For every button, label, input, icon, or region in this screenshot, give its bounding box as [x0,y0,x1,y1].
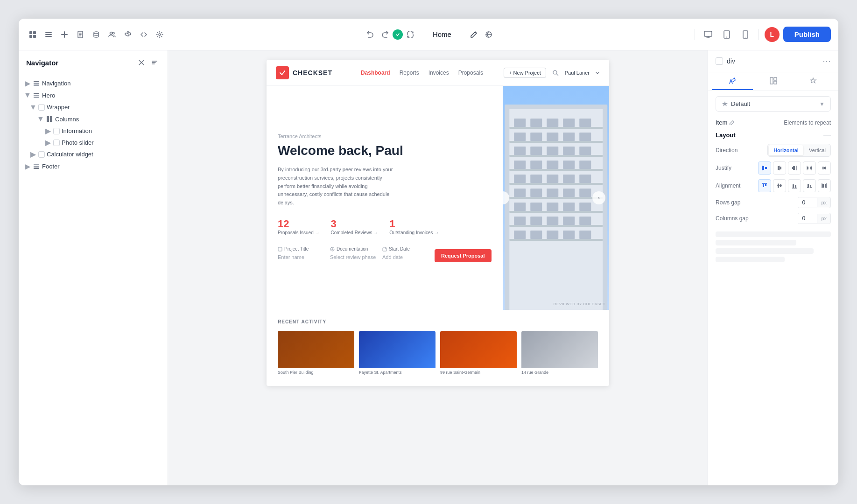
request-proposal-button[interactable]: Request Proposal [435,249,492,262]
activity-card-label-3: 14 rue Grande [521,368,598,377]
team-icon[interactable] [105,28,119,41]
calculator-checkbox[interactable] [38,151,45,158]
justify-start-button[interactable] [758,161,771,175]
settings-icon[interactable] [153,28,166,41]
project-title-input[interactable]: Enter name [278,252,324,262]
item-edit-icon[interactable] [729,120,735,126]
nav-user-label[interactable]: Paul Laner [565,70,590,76]
right-panel: div ⋯ Defau [708,50,838,485]
preview-button[interactable] [481,27,496,42]
nav-item-wrapper[interactable]: ▼ Wrapper [19,101,168,113]
nav-item-hero[interactable]: ▼ Hero [19,89,168,101]
svg-rect-111 [824,167,825,169]
align-end-button[interactable] [788,179,801,192]
interaction-tab-icon [810,77,818,84]
more-options-button[interactable]: ⋯ [822,56,831,66]
svg-rect-22 [34,83,39,84]
edit-mode-button[interactable] [466,27,481,42]
hero-next-button[interactable]: › [592,191,605,204]
svg-rect-52 [563,147,575,155]
element-checkbox[interactable] [716,57,723,65]
tab-layout[interactable] [753,72,794,90]
justify-around-button[interactable] [818,161,831,175]
stat-1: 12 Proposals Issued → [278,218,320,235]
svg-rect-84 [509,127,603,129]
nav-columns-label: Columns [55,116,79,123]
rows-gap-input[interactable]: 0 px [798,197,831,208]
align-stretch-button[interactable] [818,179,831,192]
activity-card-img-0 [278,331,354,368]
canvas-area[interactable]: CHECKSET Dashboard Reports Invoices Prop… [168,50,708,485]
svg-rect-45 [530,133,542,141]
search-icon[interactable] [552,69,559,77]
nav-item-information[interactable]: ▶ Information [19,125,168,137]
logo-icon [276,66,289,79]
nav-item-photo-slider[interactable]: ▶ Photo slider [19,137,168,148]
svg-rect-57 [563,161,575,169]
svg-rect-97 [765,167,767,169]
grid-icon[interactable] [26,28,39,41]
nav-item-calculator[interactable]: ▶ Calculator widget [19,148,168,160]
align-start-button[interactable] [758,179,771,192]
sync-button[interactable] [403,27,418,42]
tab-style[interactable] [712,72,753,90]
stat3-label: Outstanding Invoices → [389,230,439,235]
photo-slider-checkbox[interactable] [53,140,60,146]
svg-rect-1 [33,31,36,34]
svg-rect-103 [792,167,793,169]
nav-link-proposals[interactable]: Proposals [458,70,483,76]
add-icon[interactable] [58,28,71,41]
svg-rect-33 [278,247,282,251]
user-avatar[interactable]: L [765,27,780,42]
mobile-view-button[interactable] [738,27,753,42]
tab-interaction[interactable] [794,72,835,90]
svg-rect-83 [579,231,591,239]
activity-card-img-1 [359,331,436,368]
svg-rect-66 [547,189,558,197]
website-preview: CHECKSET Dashboard Reports Invoices Prop… [267,60,609,386]
direction-vertical-button[interactable]: Vertical [804,144,830,156]
navigator-close-button[interactable] [136,57,147,68]
svg-point-12 [110,32,112,34]
align-center-button[interactable] [773,179,786,192]
information-checkbox[interactable] [53,128,60,134]
start-date-input[interactable]: Add date [382,252,429,262]
svg-rect-53 [579,147,591,155]
tablet-view-button[interactable] [719,27,734,42]
code-icon[interactable] [137,28,150,41]
redo-button[interactable] [378,27,393,42]
desktop-view-button[interactable] [701,27,716,42]
justify-end-button[interactable] [788,161,801,175]
nav-link-reports[interactable]: Reports [400,70,419,76]
new-project-button[interactable]: + New Project [504,68,546,78]
svg-rect-48 [579,133,591,141]
justify-between-button[interactable] [803,161,816,175]
nav-item-columns[interactable]: ▼ Columns [19,113,168,125]
wrapper-checkbox[interactable] [38,104,45,111]
database-icon[interactable] [90,28,103,41]
layout-section: Layout — Direction Horizontal Vertical J… [716,131,831,224]
doc-icon[interactable] [74,28,87,41]
nav-link-invoices[interactable]: Invoices [428,70,449,76]
layout-section-collapse-icon[interactable]: — [823,131,831,139]
puzzle-icon[interactable] [121,28,134,41]
nav-information-label: Information [62,127,92,134]
nav-item-navigation[interactable]: ▶ Navigation [19,77,168,89]
svg-rect-119 [795,185,796,188]
columns-gap-value[interactable]: 0 [798,213,817,224]
list-icon[interactable] [42,28,55,41]
columns-gap-input[interactable]: 0 px [798,213,831,224]
preset-dropdown[interactable]: Default ▼ [716,96,831,112]
navigator-collapse-button[interactable] [149,57,160,68]
svg-rect-16 [704,31,712,36]
undo-button[interactable] [363,27,378,42]
nav-link-dashboard[interactable]: Dashboard [361,70,390,76]
svg-rect-29 [34,164,39,165]
rows-gap-value[interactable]: 0 [798,197,817,208]
nav-item-footer[interactable]: ▶ Footer [19,160,168,172]
justify-center-button[interactable] [773,161,786,175]
direction-horizontal-button[interactable]: Horizontal [769,145,803,155]
documentation-input[interactable]: Select review phase [330,252,377,262]
align-baseline-button[interactable] [803,179,816,192]
publish-button[interactable]: Publish [783,27,831,42]
